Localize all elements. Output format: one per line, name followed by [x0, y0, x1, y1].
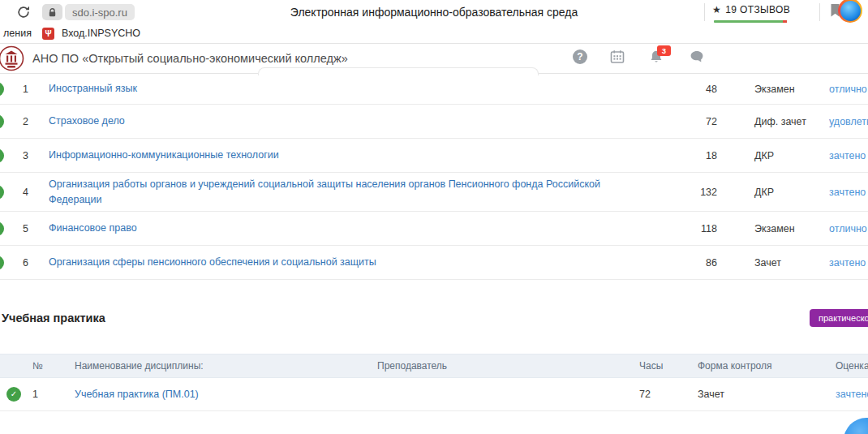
control-form: ДКР — [754, 150, 774, 161]
row-number: 1 — [23, 84, 28, 95]
completed-check-icon: ✓ — [6, 387, 21, 402]
table-row: ✓ 4 Организация работы органов и учрежде… — [0, 173, 868, 212]
completed-check-icon: ✓ — [0, 256, 4, 270]
discipline-link[interactable]: Организация работы органов и учреждений … — [49, 176, 617, 208]
section-heading: Учебная практика — [2, 312, 105, 324]
discipline-link[interactable]: Информационно-коммуникационные технологи… — [49, 148, 617, 163]
grade-link[interactable]: зачтено — [829, 187, 866, 198]
grade-link[interactable]: зачтено — [829, 257, 866, 269]
bookmark-item-inpsycho[interactable]: Вход.INPSYCHO — [62, 28, 140, 39]
browser-toolbar: sdo.i-spo.ru Электронная информационно-о… — [0, 0, 868, 24]
col-grade: Оценка — [836, 360, 868, 372]
completed-check-icon: ✓ — [0, 82, 4, 97]
toolbar-divider — [704, 3, 705, 21]
col-control: Форма контроля — [698, 360, 772, 372]
bookmark-item-truncated[interactable]: ления — [3, 28, 32, 39]
reload-icon[interactable] — [16, 5, 31, 19]
control-form: Зачет — [698, 389, 724, 400]
col-name: Наименование дисциплины: — [75, 360, 204, 372]
row-number: 1 — [32, 389, 38, 400]
url-text: sdo.i-spo.ru — [72, 6, 127, 19]
org-title: АНО ПО «Открытый социально-экономический… — [32, 52, 348, 65]
discipline-link[interactable]: Организация сферы пенсионного обеспечени… — [49, 255, 617, 270]
content-card-top — [258, 67, 539, 75]
control-form: Экзамен — [754, 223, 795, 234]
hours-value: 132 — [680, 187, 717, 198]
row-number: 3 — [23, 150, 28, 161]
hours-value: 72 — [680, 116, 717, 127]
support-chat-widget[interactable] — [844, 418, 868, 434]
col-number: № — [32, 360, 43, 372]
grade-link[interactable]: отлично — [829, 223, 867, 234]
profile-avatar[interactable] — [838, 0, 862, 23]
messages-chat-icon[interactable] — [690, 50, 704, 65]
hours-value: 18 — [680, 150, 717, 161]
table-row: ✓ 2 Страховое дело 72 Диф. зачет удовлет… — [0, 105, 868, 139]
row-number: 2 — [23, 116, 28, 127]
completed-check-icon: ✓ — [0, 221, 4, 236]
table-row: ✓ 1 Иностранный язык 48 Экзамен отлично — [0, 74, 868, 105]
control-form: Диф. зачет — [754, 116, 806, 127]
discipline-link[interactable]: Учебная практика (ПМ.01) — [75, 389, 199, 400]
calendar-icon[interactable] — [610, 49, 625, 64]
college-logo[interactable] — [0, 45, 24, 71]
row-number: 5 — [23, 223, 28, 234]
hours-value: 48 — [680, 84, 717, 95]
practice-table-row: ✓ 1 Учебная практика (ПМ.01) 72 Зачет за… — [0, 378, 868, 411]
grade-link[interactable]: отлично — [829, 84, 867, 95]
control-form: Зачет — [754, 257, 781, 269]
hours-value: 118 — [680, 223, 717, 234]
practice-type-badge: практическое — [810, 309, 868, 327]
completed-check-icon: ✓ — [0, 148, 4, 163]
notifications-count-badge: 3 — [657, 45, 671, 56]
reviews-label: 19 отзывов — [725, 4, 790, 15]
toolbar-divider — [819, 3, 820, 21]
page-title: Электронная информационно-образовательна… — [243, 6, 625, 19]
hours-value: 86 — [680, 257, 717, 269]
bookmark-favicon: Ψ — [42, 28, 54, 40]
col-hours: Часы — [639, 360, 663, 372]
hours-value: 72 — [639, 389, 651, 400]
control-form: Экзамен — [754, 84, 795, 95]
star-icon: ★ — [712, 4, 721, 15]
row-number: 6 — [23, 257, 28, 269]
grade-link[interactable]: зачтено — [836, 389, 868, 400]
grade-link[interactable]: зачтено — [829, 150, 866, 161]
table-row: ✓ 6 Организация сферы пенсионного обеспе… — [0, 246, 868, 280]
row-number: 4 — [23, 187, 28, 198]
completed-check-icon: ✓ — [0, 185, 4, 200]
col-teacher: Преподаватель — [377, 360, 447, 372]
completed-check-icon: ✓ — [0, 114, 4, 129]
discipline-link[interactable]: Финансовое право — [49, 221, 617, 236]
reviews-rating-bar — [714, 20, 787, 23]
table-row: ✓ 5 Финансовое право 118 Экзамен отлично — [0, 212, 868, 246]
discipline-link[interactable]: Иностранный язык — [49, 81, 617, 97]
control-form: ДКР — [754, 187, 774, 198]
url-field[interactable]: sdo.i-spo.ru — [65, 4, 135, 20]
lock-icon[interactable] — [42, 4, 62, 20]
discipline-link[interactable]: Страховое дело — [49, 114, 617, 129]
practice-table-header: № Наименование дисциплины: Преподаватель… — [0, 354, 868, 378]
table-row: ✓ 3 Информационно-коммуникационные техно… — [0, 139, 868, 173]
reviews-button[interactable]: ★19 отзывов — [712, 4, 790, 15]
grade-link[interactable]: удовлетворительно — [829, 116, 868, 127]
help-icon[interactable]: ? — [573, 49, 587, 64]
